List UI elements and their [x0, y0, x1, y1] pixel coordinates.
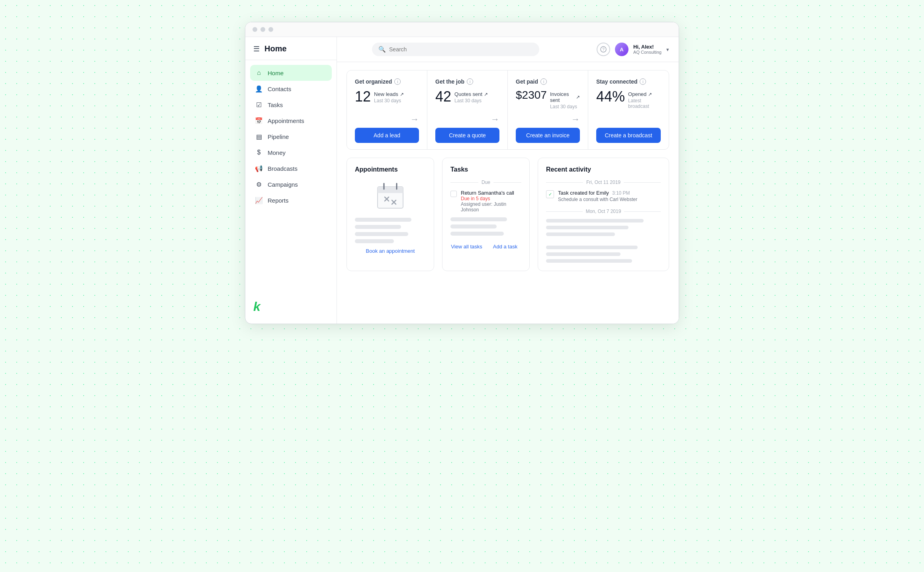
create-invoice-button[interactable]: Create an invoice	[516, 128, 580, 143]
sidebar-item-broadcasts[interactable]: 📢 Broadcasts	[250, 160, 332, 176]
info-icon-connected[interactable]: i	[640, 78, 646, 85]
nav-list: ⌂ Home 👤 Contacts ☑ Tasks 📅 Appointments…	[245, 60, 337, 293]
stat-detail-paid: Invoices sent ↗ Last 30 days	[550, 90, 580, 109]
reports-icon: 📈	[255, 196, 263, 204]
stat-section-job: Get the job	[435, 78, 464, 85]
add-task-link[interactable]: Add a task	[489, 244, 521, 250]
sidebar-item-appointments[interactable]: 📅 Appointments	[250, 113, 332, 129]
sidebar-item-campaigns[interactable]: ⚙ Campaigns	[250, 176, 332, 192]
view-all-tasks-link[interactable]: View all tasks	[450, 244, 483, 250]
stat-card-job: Get the job i 42 Quotes sent ↗ Last 30 d…	[427, 70, 508, 149]
broadcasts-icon: 📢	[255, 164, 263, 172]
sidebar-item-money[interactable]: $ Money	[250, 144, 332, 160]
stat-card-paid: Get paid i $2307 Invoices sent ↗ Last 30…	[508, 70, 588, 149]
help-icon[interactable]: ?	[597, 43, 610, 56]
task-content: Return Samantha's call Due in 5 days Ass…	[461, 190, 521, 213]
nav-label-tasks: Tasks	[268, 102, 283, 108]
nav-label-money: Money	[268, 149, 286, 156]
browser-dot-red	[253, 27, 257, 32]
info-icon-paid[interactable]: i	[540, 78, 547, 85]
sidebar: ☰ Home ⌂ Home 👤 Contacts ☑ Tasks 📅	[245, 37, 337, 324]
appointments-icon: 📅	[255, 117, 263, 125]
user-greeting: Hi, Alex!	[633, 44, 662, 50]
create-quote-button[interactable]: Create a quote	[435, 128, 499, 143]
appointments-illustration	[355, 180, 426, 211]
keap-logo: k	[253, 299, 260, 314]
task-links: View all tasks Add a task	[450, 240, 521, 250]
browser-dot-green	[268, 27, 273, 32]
avatar-initials: A	[620, 47, 623, 53]
stat-number-organized: 12	[355, 90, 371, 104]
appointments-skeleton	[355, 218, 426, 243]
skeleton-line	[355, 239, 394, 243]
stat-detail-title-organized: New leads ↗	[374, 91, 404, 97]
skeleton-line	[546, 226, 628, 229]
stat-section-organized: Get organized	[355, 78, 392, 85]
search-input[interactable]	[389, 46, 533, 53]
stat-arrow-paid: →	[516, 111, 580, 128]
nav-label-pipeline: Pipeline	[268, 133, 289, 140]
activity-header-1: Task created for Emily 3:10 PM	[558, 190, 637, 196]
nav-label-broadcasts: Broadcasts	[268, 165, 298, 172]
activity-description: Schedule a consult with Carl Webster	[558, 197, 637, 202]
info-icon-organized[interactable]: i	[394, 78, 401, 85]
stat-arrow-organized: →	[355, 111, 419, 128]
skeleton-line	[546, 232, 615, 236]
tasks-icon: ☑	[255, 101, 263, 109]
stat-header-organized: Get organized i	[355, 78, 419, 85]
stat-detail-sub-connected: Latest broadcast	[628, 98, 661, 109]
task-assigned: Assigned user: Justin Johnson	[461, 201, 521, 213]
sidebar-title: Home	[264, 44, 287, 53]
activity-date-1: Fri, Oct 11 2019	[546, 180, 661, 185]
task-checkbox[interactable]	[450, 191, 457, 197]
stat-detail-title-connected: Opened ↗	[628, 91, 661, 97]
skeleton-line	[355, 232, 408, 236]
stat-arrow-job: →	[435, 111, 499, 128]
info-icon-job[interactable]: i	[467, 78, 473, 85]
user-dropdown-arrow[interactable]: ▾	[666, 47, 669, 53]
activity-skeleton	[546, 219, 661, 263]
svg-rect-4	[378, 190, 403, 193]
tasks-widget: Tasks Due Return Samantha's call Due in …	[442, 158, 530, 271]
pipeline-icon: ▤	[255, 133, 263, 141]
browser-chrome	[245, 22, 679, 37]
stat-section-connected: Stay connected	[596, 78, 637, 85]
nav-label-home: Home	[268, 70, 284, 76]
stat-card-connected: Stay connected i 44% Opened ↗ Latest bro…	[588, 70, 669, 149]
stat-detail-sub-paid: Last 30 days	[550, 104, 580, 109]
stat-header-connected: Stay connected i	[596, 78, 661, 85]
skeleton-line	[546, 246, 638, 249]
add-lead-button[interactable]: Add a lead	[355, 128, 419, 143]
skeleton-line	[450, 232, 504, 236]
sidebar-item-tasks[interactable]: ☑ Tasks	[250, 97, 332, 113]
sidebar-item-pipeline[interactable]: ▤ Pipeline	[250, 129, 332, 144]
nav-label-appointments: Appointments	[268, 117, 304, 124]
task-due: Due in 5 days	[461, 196, 521, 201]
sidebar-item-home[interactable]: ⌂ Home	[250, 65, 332, 81]
book-appointment-link[interactable]: Book an appointment	[355, 248, 426, 254]
search-box[interactable]: 🔍	[372, 43, 539, 56]
sidebar-item-contacts[interactable]: 👤 Contacts	[250, 81, 332, 97]
sidebar-item-reports[interactable]: 📈 Reports	[250, 192, 332, 208]
page-content: Get organized i 12 New leads ↗ Last 30 d…	[337, 62, 679, 279]
stat-number-connected: 44%	[596, 90, 625, 104]
stat-section-paid: Get paid	[516, 78, 538, 85]
skeleton-line	[450, 225, 497, 228]
search-icon: 🔍	[378, 46, 386, 53]
stat-number-paid: $2307	[516, 90, 547, 101]
stat-detail-title-job: Quotes sent ↗	[454, 91, 488, 97]
stat-card-organized: Get organized i 12 New leads ↗ Last 30 d…	[347, 70, 427, 149]
stat-detail-job: Quotes sent ↗ Last 30 days	[454, 90, 488, 103]
stat-detail-sub-job: Last 30 days	[454, 98, 488, 103]
activity-item-1: ✓ Task created for Emily 3:10 PM Schedul…	[546, 190, 661, 202]
main-content: 🔍 ? A Hi, Alex! AQ Consu	[337, 37, 679, 324]
create-broadcast-button[interactable]: Create a broadcast	[596, 128, 661, 143]
stat-number-row-connected: 44% Opened ↗ Latest broadcast	[596, 90, 661, 109]
stat-detail-organized: New leads ↗ Last 30 days	[374, 90, 404, 103]
task-name: Return Samantha's call	[461, 190, 521, 196]
browser-dot-yellow	[260, 27, 265, 32]
nav-label-contacts: Contacts	[268, 86, 291, 92]
skeleton-line	[546, 219, 644, 223]
hamburger-icon[interactable]: ☰	[253, 45, 260, 53]
skeleton-line	[546, 252, 621, 256]
